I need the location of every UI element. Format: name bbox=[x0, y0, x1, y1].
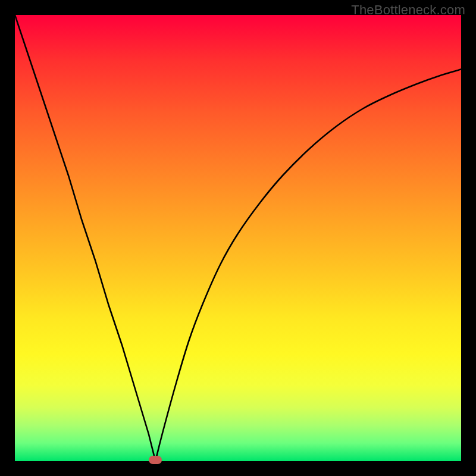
bottleneck-curve bbox=[15, 15, 461, 461]
chart-frame: TheBottleneck.com bbox=[0, 0, 476, 476]
watermark-text: TheBottleneck.com bbox=[351, 2, 465, 18]
curve-layer bbox=[15, 15, 461, 461]
minimum-marker bbox=[149, 456, 162, 464]
plot-area bbox=[15, 15, 461, 461]
